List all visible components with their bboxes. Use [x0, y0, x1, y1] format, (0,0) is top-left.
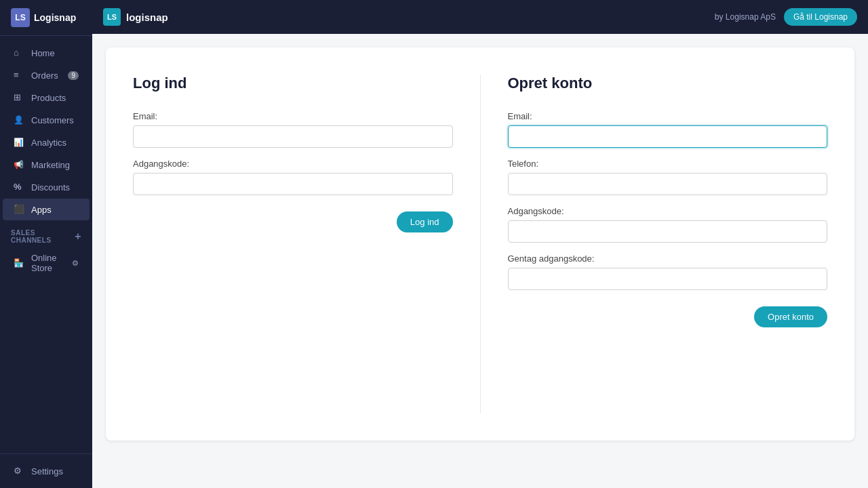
register-phone-input[interactable]: [508, 173, 828, 195]
main-content: LS logisnap by Logisnap ApS Gå til Logis…: [92, 0, 868, 488]
analytics-icon: [14, 137, 24, 148]
sidebar-item-label: Customers: [31, 115, 74, 125]
login-email-label: Email:: [133, 111, 453, 121]
products-icon: [14, 92, 24, 103]
logo-icon: LS: [11, 8, 30, 27]
sidebar-item-label: Products: [31, 93, 66, 103]
sidebar: LS Logisnap Home Orders 9 Products Custo…: [0, 0, 92, 488]
login-section: Log ind Email: Adgangskode: Log ind: [133, 75, 481, 413]
sidebar-item-settings[interactable]: Settings: [3, 460, 90, 482]
home-icon: [14, 47, 24, 58]
sidebar-item-label: Apps: [31, 205, 52, 215]
sidebar-item-analytics[interactable]: Analytics: [3, 131, 90, 153]
sales-channels-header: SALES CHANNELS: [0, 221, 92, 247]
sidebar-item-marketing[interactable]: Marketing: [3, 154, 90, 176]
register-email-group: Email:: [508, 111, 828, 148]
sidebar-item-label: Home: [31, 48, 55, 58]
login-email-group: Email:: [133, 111, 453, 148]
sidebar-item-label: Analytics: [31, 138, 66, 148]
by-label: by Logisnap ApS: [715, 12, 776, 22]
app-topbar-right: by Logisnap ApS Gå til Logisnap: [715, 8, 857, 26]
sales-channels-label: SALES CHANNELS: [11, 229, 75, 244]
online-store-label: Online Store: [31, 253, 65, 273]
sidebar-item-online-store[interactable]: Online Store: [3, 247, 90, 279]
orders-badge: 9: [68, 71, 79, 80]
online-store-settings-icon[interactable]: [72, 258, 79, 268]
login-password-input[interactable]: [133, 173, 453, 195]
register-email-label: Email:: [508, 111, 828, 121]
app-topbar-title: logisnap: [126, 12, 168, 23]
sidebar-app-name: Logisnap: [34, 12, 76, 23]
sidebar-item-products[interactable]: Products: [3, 87, 90, 108]
discounts-icon: [14, 182, 24, 192]
app-logo-square: LS: [103, 8, 121, 26]
register-password-group: Adgangskode:: [508, 206, 828, 243]
add-sales-channel-icon[interactable]: [75, 230, 81, 243]
app-body: Log ind Email: Adgangskode: Log ind Opre…: [92, 34, 868, 488]
sidebar-item-orders[interactable]: Orders 9: [3, 64, 90, 86]
sidebar-item-apps[interactable]: Apps: [3, 199, 90, 220]
app-topbar-left: LS logisnap: [103, 8, 168, 26]
sidebar-logo: LS Logisnap: [0, 0, 92, 36]
register-repeat-password-label: Gentag adgangskode:: [508, 253, 828, 264]
login-submit-button[interactable]: Log ind: [397, 211, 453, 232]
register-password-input[interactable]: [508, 220, 828, 243]
sidebar-item-discounts[interactable]: Discounts: [3, 176, 90, 198]
sidebar-item-label: Discounts: [31, 182, 70, 192]
sidebar-item-label: Marketing: [31, 160, 70, 170]
login-password-label: Adgangskode:: [133, 159, 453, 169]
sidebar-item-customers[interactable]: Customers: [3, 109, 90, 131]
online-store-icon: [14, 258, 24, 268]
app-topbar: LS logisnap by Logisnap ApS Gå til Logis…: [92, 0, 868, 34]
register-title: Opret konto: [508, 75, 828, 92]
marketing-icon: [14, 159, 24, 170]
sidebar-nav: Home Orders 9 Products Customers Analyti…: [0, 36, 92, 453]
goto-logisnap-button[interactable]: Gå til Logisnap: [784, 8, 857, 26]
sidebar-item-home[interactable]: Home: [3, 42, 90, 64]
login-title: Log ind: [133, 75, 453, 92]
settings-label: Settings: [31, 466, 63, 476]
main-card: Log ind Email: Adgangskode: Log ind Opre…: [106, 47, 854, 441]
register-repeat-password-input[interactable]: [508, 268, 828, 290]
register-repeat-password-group: Gentag adgangskode:: [508, 253, 828, 290]
settings-icon: [14, 466, 24, 476]
register-email-input[interactable]: [508, 125, 828, 148]
register-section: Opret konto Email: Telefon: Adgangskode:…: [481, 75, 828, 413]
apps-icon: [14, 204, 24, 215]
register-submit-button[interactable]: Opret konto: [754, 306, 827, 327]
sidebar-item-label: Orders: [31, 70, 58, 81]
login-password-group: Adgangskode:: [133, 159, 453, 195]
customers-icon: [14, 115, 24, 125]
register-phone-group: Telefon:: [508, 159, 828, 195]
login-email-input[interactable]: [133, 125, 453, 148]
sidebar-bottom: Settings: [0, 453, 92, 488]
register-phone-label: Telefon:: [508, 159, 828, 169]
orders-icon: [14, 70, 24, 81]
register-password-label: Adgangskode:: [508, 206, 828, 216]
